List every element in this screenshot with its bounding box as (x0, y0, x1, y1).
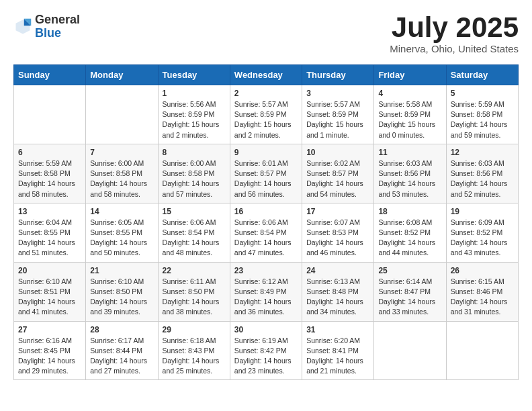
calendar-day-cell: 22Sunrise: 6:11 AM Sunset: 8:50 PM Dayli… (158, 262, 230, 321)
calendar-day-cell: 27Sunrise: 6:16 AM Sunset: 8:45 PM Dayli… (14, 321, 86, 380)
calendar-day-cell: 14Sunrise: 6:05 AM Sunset: 8:55 PM Dayli… (86, 203, 158, 262)
day-number: 23 (234, 266, 298, 275)
day-info: Sunrise: 6:20 AM Sunset: 8:41 PM Dayligh… (306, 336, 369, 377)
day-number: 12 (451, 148, 514, 157)
logo-icon (13, 17, 32, 36)
day-info: Sunrise: 5:57 AM Sunset: 8:59 PM Dayligh… (306, 99, 369, 140)
calendar-day-cell: 20Sunrise: 6:10 AM Sunset: 8:51 PM Dayli… (14, 262, 86, 321)
calendar-day-cell: 9Sunrise: 6:01 AM Sunset: 8:57 PM Daylig… (230, 144, 302, 203)
calendar-day-cell: 23Sunrise: 6:12 AM Sunset: 8:49 PM Dayli… (230, 262, 302, 321)
day-info: Sunrise: 6:14 AM Sunset: 8:47 PM Dayligh… (378, 277, 441, 318)
calendar-day-cell: 11Sunrise: 6:03 AM Sunset: 8:56 PM Dayli… (374, 144, 446, 203)
day-info: Sunrise: 6:19 AM Sunset: 8:42 PM Dayligh… (234, 336, 298, 377)
day-info: Sunrise: 6:13 AM Sunset: 8:48 PM Dayligh… (306, 277, 369, 318)
page-header: General Blue July 2025 Minerva, Ohio, Un… (13, 13, 519, 54)
day-info: Sunrise: 5:58 AM Sunset: 8:59 PM Dayligh… (378, 99, 441, 140)
calendar-week-row: 20Sunrise: 6:10 AM Sunset: 8:51 PM Dayli… (14, 262, 519, 321)
day-number: 14 (90, 207, 153, 216)
calendar-day-cell: 12Sunrise: 6:03 AM Sunset: 8:56 PM Dayli… (446, 144, 518, 203)
calendar-day-cell: 29Sunrise: 6:18 AM Sunset: 8:43 PM Dayli… (158, 321, 230, 380)
calendar-day-cell: 2Sunrise: 5:57 AM Sunset: 8:59 PM Daylig… (230, 85, 302, 144)
day-info: Sunrise: 6:08 AM Sunset: 8:52 PM Dayligh… (378, 218, 441, 259)
calendar-day-cell: 24Sunrise: 6:13 AM Sunset: 8:48 PM Dayli… (302, 262, 374, 321)
day-number: 29 (163, 325, 226, 334)
day-number: 30 (234, 325, 298, 334)
calendar-day-cell: 1Sunrise: 5:56 AM Sunset: 8:59 PM Daylig… (158, 85, 230, 144)
calendar-body: 1Sunrise: 5:56 AM Sunset: 8:59 PM Daylig… (14, 85, 519, 380)
day-number: 11 (378, 148, 441, 157)
day-info: Sunrise: 6:00 AM Sunset: 8:58 PM Dayligh… (163, 158, 226, 199)
day-number: 15 (163, 207, 226, 216)
calendar-day-cell: 30Sunrise: 6:19 AM Sunset: 8:42 PM Dayli… (230, 321, 302, 380)
day-number: 9 (234, 148, 298, 157)
day-number: 4 (378, 89, 441, 98)
calendar-day-cell: 18Sunrise: 6:08 AM Sunset: 8:52 PM Dayli… (374, 203, 446, 262)
day-info: Sunrise: 6:11 AM Sunset: 8:50 PM Dayligh… (163, 277, 226, 318)
calendar-week-row: 13Sunrise: 6:04 AM Sunset: 8:55 PM Dayli… (14, 203, 519, 262)
month-title: July 2025 (390, 13, 519, 42)
calendar-day-cell: 21Sunrise: 6:10 AM Sunset: 8:50 PM Dayli… (86, 262, 158, 321)
weekday-header: Friday (374, 65, 446, 85)
day-number: 20 (18, 266, 81, 275)
day-number: 6 (18, 148, 81, 157)
weekday-header: Tuesday (158, 65, 230, 85)
day-number: 5 (451, 89, 514, 98)
weekday-header: Thursday (302, 65, 374, 85)
calendar-day-cell: 3Sunrise: 5:57 AM Sunset: 8:59 PM Daylig… (302, 85, 374, 144)
calendar-day-cell: 7Sunrise: 6:00 AM Sunset: 8:58 PM Daylig… (86, 144, 158, 203)
day-number: 3 (306, 89, 369, 98)
day-info: Sunrise: 6:12 AM Sunset: 8:49 PM Dayligh… (234, 277, 298, 318)
calendar-day-cell: 25Sunrise: 6:14 AM Sunset: 8:47 PM Dayli… (374, 262, 446, 321)
calendar-week-row: 27Sunrise: 6:16 AM Sunset: 8:45 PM Dayli… (14, 321, 519, 380)
calendar-day-cell: 28Sunrise: 6:17 AM Sunset: 8:44 PM Dayli… (86, 321, 158, 380)
calendar-day-cell: 6Sunrise: 5:59 AM Sunset: 8:58 PM Daylig… (14, 144, 86, 203)
logo-text: General Blue (35, 13, 80, 40)
day-info: Sunrise: 6:06 AM Sunset: 8:54 PM Dayligh… (234, 218, 298, 259)
day-number: 31 (306, 325, 369, 334)
weekday-header-row: SundayMondayTuesdayWednesdayThursdayFrid… (14, 65, 519, 85)
weekday-header: Wednesday (230, 65, 302, 85)
day-number: 24 (306, 266, 369, 275)
day-number: 19 (451, 207, 514, 216)
day-info: Sunrise: 6:17 AM Sunset: 8:44 PM Dayligh… (90, 336, 153, 377)
title-block: July 2025 Minerva, Ohio, United States (390, 13, 519, 54)
day-number: 27 (18, 325, 81, 334)
calendar-day-cell: 10Sunrise: 6:02 AM Sunset: 8:57 PM Dayli… (302, 144, 374, 203)
day-info: Sunrise: 6:06 AM Sunset: 8:54 PM Dayligh… (163, 218, 226, 259)
calendar-day-cell: 26Sunrise: 6:15 AM Sunset: 8:46 PM Dayli… (446, 262, 518, 321)
day-info: Sunrise: 6:02 AM Sunset: 8:57 PM Dayligh… (306, 158, 369, 199)
weekday-header: Saturday (446, 65, 518, 85)
day-number: 16 (234, 207, 298, 216)
day-info: Sunrise: 5:57 AM Sunset: 8:59 PM Dayligh… (234, 99, 298, 140)
day-info: Sunrise: 6:03 AM Sunset: 8:56 PM Dayligh… (451, 158, 514, 199)
day-info: Sunrise: 6:01 AM Sunset: 8:57 PM Dayligh… (234, 158, 298, 199)
day-info: Sunrise: 6:10 AM Sunset: 8:50 PM Dayligh… (90, 277, 153, 318)
day-number: 26 (451, 266, 514, 275)
day-number: 25 (378, 266, 441, 275)
day-info: Sunrise: 6:05 AM Sunset: 8:55 PM Dayligh… (90, 218, 153, 259)
calendar-day-cell: 31Sunrise: 6:20 AM Sunset: 8:41 PM Dayli… (302, 321, 374, 380)
weekday-header: Sunday (14, 65, 86, 85)
calendar-week-row: 6Sunrise: 5:59 AM Sunset: 8:58 PM Daylig… (14, 144, 519, 203)
day-number: 1 (163, 89, 226, 98)
calendar-day-cell: 4Sunrise: 5:58 AM Sunset: 8:59 PM Daylig… (374, 85, 446, 144)
calendar-day-cell: 5Sunrise: 5:59 AM Sunset: 8:58 PM Daylig… (446, 85, 518, 144)
day-info: Sunrise: 6:04 AM Sunset: 8:55 PM Dayligh… (18, 218, 81, 259)
day-info: Sunrise: 6:15 AM Sunset: 8:46 PM Dayligh… (451, 277, 514, 318)
calendar-day-cell (86, 85, 158, 144)
calendar-day-cell (14, 85, 86, 144)
calendar-day-cell (374, 321, 446, 380)
calendar-day-cell (446, 321, 518, 380)
day-number: 18 (378, 207, 441, 216)
calendar-week-row: 1Sunrise: 5:56 AM Sunset: 8:59 PM Daylig… (14, 85, 519, 144)
calendar-table: SundayMondayTuesdayWednesdayThursdayFrid… (13, 64, 519, 380)
day-number: 22 (163, 266, 226, 275)
day-info: Sunrise: 5:56 AM Sunset: 8:59 PM Dayligh… (163, 99, 226, 140)
day-info: Sunrise: 5:59 AM Sunset: 8:58 PM Dayligh… (451, 99, 514, 140)
calendar-day-cell: 16Sunrise: 6:06 AM Sunset: 8:54 PM Dayli… (230, 203, 302, 262)
day-number: 21 (90, 266, 153, 275)
logo: General Blue (13, 13, 80, 40)
day-info: Sunrise: 6:07 AM Sunset: 8:53 PM Dayligh… (306, 218, 369, 259)
weekday-header: Monday (86, 65, 158, 85)
day-number: 10 (306, 148, 369, 157)
